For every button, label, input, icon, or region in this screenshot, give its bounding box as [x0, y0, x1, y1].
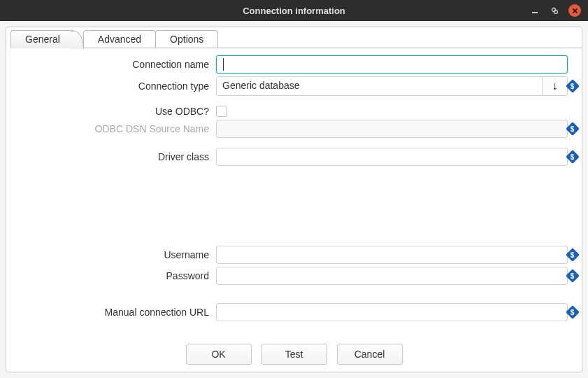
connection-dialog: Connection information General Advanced …: [0, 0, 588, 378]
ok-button[interactable]: OK: [186, 344, 252, 365]
svg-point-2: [554, 10, 558, 14]
connection-type-combo[interactable]: Generic database ↓: [216, 76, 568, 96]
row-username: Username: [13, 246, 568, 264]
connection-type-value: Generic database: [217, 77, 542, 95]
variable-badge-icon[interactable]: [566, 269, 580, 283]
tab-bar: General Advanced Options: [10, 30, 582, 48]
minimize-button[interactable]: [529, 5, 540, 16]
row-connection-type: Connection type Generic database ↓: [13, 76, 568, 96]
password-input[interactable]: [216, 267, 568, 285]
tab-options[interactable]: Options: [155, 30, 218, 48]
test-button[interactable]: Test: [261, 344, 327, 365]
maximize-button[interactable]: [549, 5, 560, 16]
row-odbc-dsn: ODBC DSN Source Name: [13, 120, 568, 138]
manual-url-label: Manual connection URL: [13, 307, 216, 318]
use-odbc-label: Use ODBC?: [13, 106, 216, 117]
svg-rect-0: [532, 12, 538, 13]
manual-url-input[interactable]: [216, 303, 568, 321]
connection-name-input[interactable]: [216, 55, 568, 74]
variable-badge-icon[interactable]: [566, 248, 580, 262]
odbc-dsn-input: [216, 120, 568, 138]
variable-badge-icon[interactable]: [566, 122, 580, 136]
minimize-icon: [531, 7, 538, 14]
row-connection-name: Connection name: [13, 55, 568, 74]
variable-badge-icon[interactable]: [566, 150, 580, 164]
svg-point-1: [552, 8, 556, 12]
row-driver-class: Driver class: [13, 148, 568, 166]
window-title: Connection information: [243, 6, 345, 16]
chevron-down-icon: ↓: [552, 80, 558, 92]
tab-general[interactable]: General: [10, 30, 75, 48]
driver-class-input[interactable]: [216, 148, 568, 166]
variable-badge-icon[interactable]: [566, 305, 580, 319]
driver-class-label: Driver class: [13, 151, 216, 162]
row-manual-url: Manual connection URL: [13, 303, 568, 321]
text-cursor-icon: [223, 58, 224, 71]
tab-advanced[interactable]: Advanced: [83, 30, 156, 48]
maximize-icon: [551, 7, 558, 14]
titlebar-controls: [529, 4, 581, 17]
dialog-content: General Advanced Options Connection name…: [6, 27, 582, 372]
connection-type-label: Connection type: [13, 80, 216, 92]
connection-name-label: Connection name: [13, 59, 216, 70]
variable-badge-icon[interactable]: [566, 79, 580, 93]
row-use-odbc: Use ODBC?: [13, 106, 568, 117]
username-label: Username: [13, 249, 216, 260]
cancel-button[interactable]: Cancel: [337, 344, 403, 365]
button-bar: OK Test Cancel: [6, 337, 582, 372]
username-input[interactable]: [216, 246, 568, 264]
row-password: Password: [13, 267, 568, 285]
titlebar: Connection information: [0, 0, 588, 21]
close-button[interactable]: [568, 4, 581, 17]
close-icon: [572, 8, 578, 14]
odbc-dsn-label: ODBC DSN Source Name: [13, 123, 216, 134]
connection-type-dropdown-button[interactable]: ↓: [542, 77, 567, 95]
password-label: Password: [13, 270, 216, 281]
form-panel: Connection name Connection type Generic …: [6, 48, 582, 337]
use-odbc-checkbox[interactable]: [216, 106, 227, 117]
